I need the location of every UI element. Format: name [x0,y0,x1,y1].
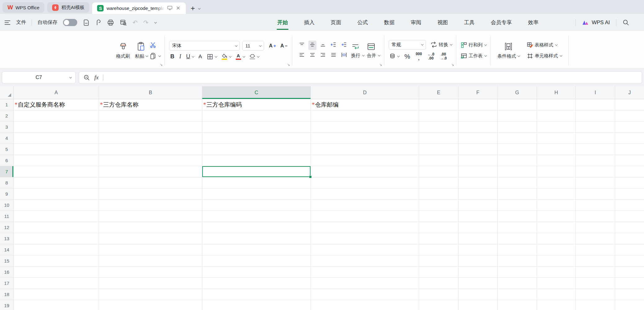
font-family-select[interactable]: 宋体 [169,41,240,51]
cell-J13[interactable] [615,233,644,244]
font-size-select[interactable]: 11 [242,41,264,51]
cell-G5[interactable] [498,144,537,155]
wps-ai-button[interactable]: WPS AI [582,20,610,26]
alignment-dialog-launcher-icon[interactable]: ↘ [379,63,382,67]
cell-I6[interactable] [576,155,615,166]
cell-B7[interactable] [99,166,202,177]
table-style-dropdown-icon[interactable] [555,43,557,46]
cell-G19[interactable] [498,300,537,310]
cell-J12[interactable] [615,222,644,233]
cell-J9[interactable] [615,188,644,200]
column-header-G[interactable]: G [498,86,537,99]
decrease-indent-button[interactable] [330,42,337,49]
cell-D14[interactable] [311,244,419,255]
cell-J10[interactable] [615,200,644,211]
cell-E6[interactable] [419,155,458,166]
zoom-out-icon[interactable] [83,74,90,81]
cell-A2[interactable] [14,110,99,122]
copy-dropdown-icon[interactable] [158,54,161,57]
ribbon-tab-home[interactable]: 开始 [269,14,296,31]
align-middle-button[interactable] [308,41,316,50]
cell-F13[interactable] [458,233,498,244]
cell-D17[interactable] [311,278,419,289]
cell-E17[interactable] [419,278,458,289]
new-tab-button[interactable]: + [190,5,195,12]
ribbon-tab-data[interactable]: 数据 [376,14,403,31]
conditional-format-dropdown-icon[interactable] [517,54,520,57]
wrap-dropdown-icon[interactable] [362,54,364,56]
align-top-button[interactable] [299,42,305,49]
comma-style-button[interactable]: 000, [416,52,422,61]
cell-B16[interactable] [99,267,202,278]
cell-F16[interactable] [458,267,498,278]
row-header-16[interactable]: 16 [0,267,14,278]
increase-font-button[interactable]: A+ [269,43,276,48]
decrease-decimal-button[interactable]: .00→.0 [440,52,447,60]
cell-H2[interactable] [537,110,576,122]
row-header-3[interactable]: 3 [0,122,14,133]
cell-I18[interactable] [576,289,615,300]
cell-J11[interactable] [615,211,644,222]
cell-F5[interactable] [458,144,498,155]
wrap-text-button[interactable]: 换行 [351,53,364,59]
convert-button[interactable]: 转换 [430,42,452,48]
cell-A14[interactable] [14,244,99,255]
cell-I5[interactable] [576,144,615,155]
column-header-C[interactable]: C [202,86,311,99]
cell-J4[interactable] [615,133,644,144]
cell-A15[interactable] [14,255,99,267]
row-header-13[interactable]: 13 [0,233,14,244]
cell-H5[interactable] [537,144,576,155]
cell-E12[interactable] [419,222,458,233]
cell-F9[interactable] [458,188,498,200]
quick-access-chevron-icon[interactable] [154,21,157,23]
cell-B4[interactable] [99,133,202,144]
cell-H16[interactable] [537,267,576,278]
cell-G8[interactable] [498,177,537,188]
cell-E8[interactable] [419,177,458,188]
cell-E18[interactable] [419,289,458,300]
font-dialog-launcher-icon[interactable]: ↘ [287,63,290,67]
cell-J19[interactable] [615,300,644,310]
tab-wps-office[interactable]: W WPS Office [2,2,44,13]
underline-dropdown-icon[interactable] [192,55,194,57]
cell-E13[interactable] [419,233,458,244]
cell-H9[interactable] [537,188,576,200]
ribbon-tab-tools[interactable]: 工具 [456,14,483,31]
fill-color-dropdown-icon[interactable] [229,55,231,57]
cell-I17[interactable] [576,278,615,289]
column-header-H[interactable]: H [537,86,576,99]
cell-A13[interactable] [14,233,99,244]
cell-D3[interactable] [311,122,419,133]
cell-E16[interactable] [419,267,458,278]
print-preview-icon[interactable] [120,19,127,26]
cell-B1[interactable]: *三方仓库名称 [99,99,202,110]
file-menu[interactable]: 文件 [16,19,26,26]
cell-D13[interactable] [311,233,419,244]
cell-I19[interactable] [576,300,615,310]
cell-D18[interactable] [311,289,419,300]
bold-button[interactable]: B [170,53,174,60]
cell-B5[interactable] [99,144,202,155]
cell-G6[interactable] [498,155,537,166]
cell-D9[interactable] [311,188,419,200]
cell-J16[interactable] [615,267,644,278]
cell-J6[interactable] [615,155,644,166]
cell-A5[interactable] [14,144,99,155]
row-header-17[interactable]: 17 [0,278,14,289]
cell-J14[interactable] [615,244,644,255]
borders-button[interactable] [207,54,217,60]
cell-C15[interactable] [202,255,311,267]
clear-format-button[interactable] [249,54,259,59]
autosave-toggle[interactable] [63,19,77,26]
cell-A18[interactable] [14,289,99,300]
fill-color-button[interactable] [221,54,231,60]
name-box[interactable]: C7 [2,71,76,84]
strikethrough-button[interactable]: A [199,54,202,60]
cell-C10[interactable] [202,200,311,211]
cell-J17[interactable] [615,278,644,289]
cell-A19[interactable] [14,300,99,310]
increase-decimal-button[interactable]: ←.0.00 [427,52,434,60]
cell-G16[interactable] [498,267,537,278]
cell-C5[interactable] [202,144,311,155]
